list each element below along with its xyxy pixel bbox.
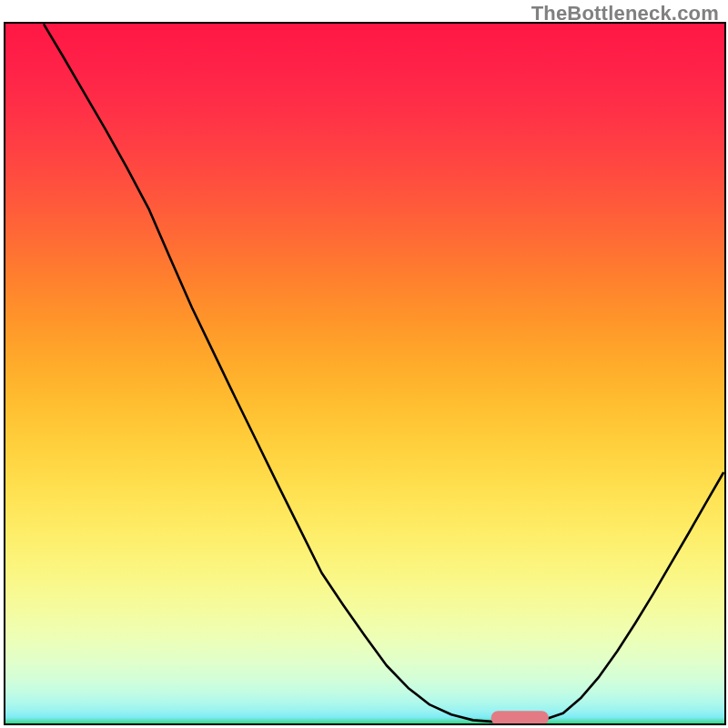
watermark-text: TheBottleneck.com [531, 2, 719, 25]
optimal-marker [491, 711, 549, 724]
bottleneck-chart [0, 0, 728, 728]
chart-stage: TheBottleneck.com [0, 0, 728, 728]
gradient-background [5, 23, 725, 724]
